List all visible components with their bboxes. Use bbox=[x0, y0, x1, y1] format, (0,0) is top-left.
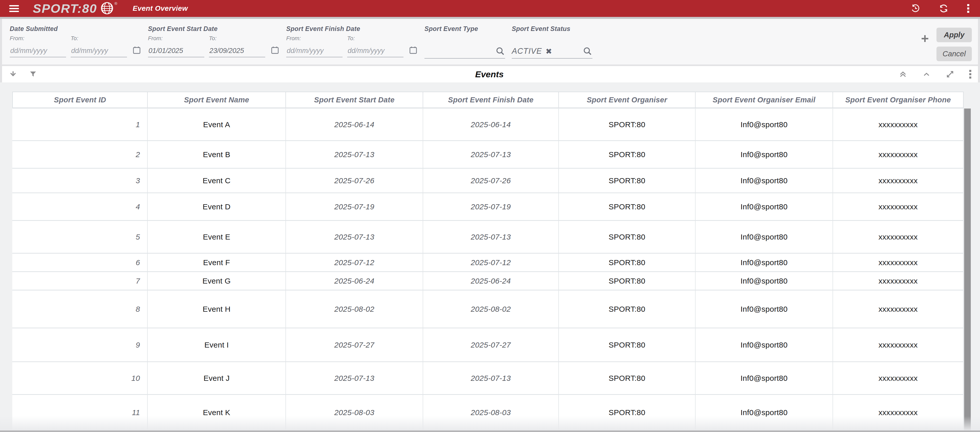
event-status-value[interactable]: ACTIVE ✖ bbox=[512, 46, 583, 57]
event-type-input[interactable] bbox=[425, 46, 505, 59]
cell-organiser-email: Inf0@sport80 bbox=[695, 362, 833, 395]
col-header-event-id[interactable]: Sport Event ID bbox=[12, 92, 148, 108]
to-label: To: bbox=[347, 35, 404, 42]
table-row[interactable]: 2 Event B 2025-07-13 2025-07-13 SPORT:80… bbox=[12, 141, 964, 168]
table-row[interactable]: 3 Event C 2025-07-26 2025-07-26 SPORT:80… bbox=[12, 168, 964, 193]
col-header-event-name[interactable]: Sport Event Name bbox=[148, 92, 286, 108]
table-row[interactable]: 11 Event K 2025-08-03 2025-08-03 SPORT:8… bbox=[12, 395, 964, 431]
cell-start-date: 2025-08-02 bbox=[286, 291, 423, 328]
cell-organiser-phone: xxxxxxxxxx bbox=[833, 141, 964, 168]
cell-start-date: 2025-06-24 bbox=[286, 272, 423, 291]
cell-event-name: Event B bbox=[148, 141, 286, 168]
cell-finish-date: 2025-07-12 bbox=[423, 254, 559, 272]
cell-organiser: SPORT:80 bbox=[559, 328, 695, 362]
cell-event-name: Event H bbox=[148, 291, 286, 328]
cell-organiser-email: Inf0@sport80 bbox=[695, 254, 833, 272]
cell-organiser-email: Inf0@sport80 bbox=[695, 141, 833, 168]
date-submitted-from-field[interactable]: From: dd/mm/yyyy bbox=[10, 35, 66, 57]
cell-event-id: 9 bbox=[12, 328, 148, 362]
table-row[interactable]: 10 Event J 2025-07-13 2025-07-13 SPORT:8… bbox=[12, 362, 964, 395]
start-date-to-input[interactable]: 23/09/2025 bbox=[209, 45, 265, 57]
apply-button[interactable]: Apply bbox=[937, 28, 972, 42]
table-row[interactable]: 7 Event G 2025-06-24 2025-06-24 SPORT:80… bbox=[12, 272, 964, 291]
table-row[interactable]: 6 Event F 2025-07-12 2025-07-12 SPORT:80… bbox=[12, 254, 964, 272]
finish-date-from-input[interactable]: dd/mm/yyyy bbox=[286, 45, 342, 57]
cell-start-date: 2025-06-14 bbox=[286, 108, 423, 141]
calendar-icon[interactable] bbox=[270, 46, 280, 55]
panel-title: Events bbox=[475, 69, 504, 79]
col-header-organiser-email[interactable]: Sport Event Organiser Email bbox=[695, 92, 833, 108]
calendar-icon[interactable] bbox=[409, 46, 418, 55]
col-header-start-date[interactable]: Sport Event Start Date bbox=[286, 92, 423, 108]
table-row[interactable]: 1 Event A 2025-06-14 2025-06-14 SPORT:80… bbox=[12, 108, 964, 141]
filter-event-status: Sport Event Status ACTIVE ✖ bbox=[512, 25, 592, 65]
cell-organiser-phone: xxxxxxxxxx bbox=[833, 108, 964, 141]
cell-start-date: 2025-07-19 bbox=[286, 193, 423, 221]
finish-date-to-field[interactable]: To: dd/mm/yyyy bbox=[347, 35, 404, 57]
cell-organiser-email: Inf0@sport80 bbox=[695, 193, 833, 221]
cell-organiser-phone: xxxxxxxxxx bbox=[833, 254, 964, 272]
clear-status-icon[interactable]: ✖ bbox=[546, 47, 552, 56]
collapse-all-icon[interactable] bbox=[899, 70, 907, 79]
search-icon[interactable] bbox=[583, 46, 592, 56]
header-shadow bbox=[0, 17, 980, 19]
cell-organiser: SPORT:80 bbox=[559, 272, 695, 291]
expand-icon[interactable] bbox=[946, 70, 955, 79]
cell-organiser: SPORT:80 bbox=[559, 291, 695, 328]
event-status-input[interactable]: ACTIVE ✖ bbox=[512, 46, 592, 59]
cell-organiser: SPORT:80 bbox=[559, 168, 695, 193]
overflow-menu-icon[interactable] bbox=[967, 4, 969, 13]
cell-event-name: Event C bbox=[148, 168, 286, 193]
cell-organiser: SPORT:80 bbox=[559, 254, 695, 272]
date-submitted-to-field[interactable]: To: dd/mm/yyyy bbox=[71, 35, 127, 57]
cell-organiser: SPORT:80 bbox=[559, 141, 695, 168]
menu-icon[interactable] bbox=[9, 3, 19, 14]
table-row[interactable]: 4 Event D 2025-07-19 2025-07-19 SPORT:80… bbox=[12, 193, 964, 221]
table-row[interactable]: 8 Event H 2025-08-02 2025-08-02 SPORT:80… bbox=[12, 291, 964, 328]
cell-organiser-email: Inf0@sport80 bbox=[695, 221, 833, 254]
cell-finish-date: 2025-07-26 bbox=[423, 168, 559, 193]
cell-event-name: Event J bbox=[148, 362, 286, 395]
cell-organiser: SPORT:80 bbox=[559, 221, 695, 254]
vertical-scrollbar[interactable] bbox=[964, 108, 971, 432]
filter-date-submitted: Date Submitted From: dd/mm/yyyy To: dd/m… bbox=[10, 25, 141, 65]
horizontal-scrollbar[interactable] bbox=[0, 430, 980, 432]
add-filter-icon[interactable]: + bbox=[921, 32, 929, 45]
refresh-icon[interactable] bbox=[939, 4, 948, 13]
finish-date-to-input[interactable]: dd/mm/yyyy bbox=[347, 45, 404, 57]
event-type-value[interactable] bbox=[425, 46, 495, 57]
cell-organiser-phone: xxxxxxxxxx bbox=[833, 168, 964, 193]
start-date-from-input[interactable]: 01/01/2025 bbox=[148, 45, 204, 57]
collapse-icon[interactable] bbox=[922, 70, 931, 79]
history-icon[interactable] bbox=[911, 4, 920, 13]
filter-start-date: Sport Event Start Date From: 01/01/2025 … bbox=[148, 25, 280, 65]
cell-finish-date: 2025-08-03 bbox=[423, 395, 559, 431]
start-date-from-field[interactable]: From: 01/01/2025 bbox=[148, 35, 204, 57]
cancel-button[interactable]: Cancel bbox=[937, 46, 972, 61]
cell-organiser-phone: xxxxxxxxxx bbox=[833, 272, 964, 291]
cell-finish-date: 2025-06-14 bbox=[423, 108, 559, 141]
finish-date-from-field[interactable]: From: dd/mm/yyyy bbox=[286, 35, 342, 57]
cell-event-id: 10 bbox=[12, 362, 148, 395]
filter-label: Date Submitted bbox=[10, 25, 141, 32]
table-menu-icon[interactable] bbox=[969, 70, 971, 79]
cell-finish-date: 2025-07-13 bbox=[423, 221, 559, 254]
cell-event-id: 2 bbox=[12, 141, 148, 168]
col-header-organiser-phone[interactable]: Sport Event Organiser Phone bbox=[833, 92, 964, 108]
calendar-icon[interactable] bbox=[132, 46, 141, 55]
cell-event-id: 6 bbox=[12, 254, 148, 272]
date-submitted-to-input[interactable]: dd/mm/yyyy bbox=[71, 45, 127, 57]
cell-organiser-email: Inf0@sport80 bbox=[695, 108, 833, 141]
cell-organiser-phone: xxxxxxxxxx bbox=[833, 362, 964, 395]
table-row[interactable]: 5 Event E 2025-07-13 2025-07-13 SPORT:80… bbox=[12, 221, 964, 254]
col-header-finish-date[interactable]: Sport Event Finish Date bbox=[423, 92, 559, 108]
table-row[interactable]: 9 Event I 2025-07-27 2025-07-27 SPORT:80… bbox=[12, 328, 964, 362]
cell-event-name: Event I bbox=[148, 328, 286, 362]
col-header-organiser[interactable]: Sport Event Organiser bbox=[559, 92, 695, 108]
date-submitted-from-input[interactable]: dd/mm/yyyy bbox=[10, 45, 66, 57]
start-date-to-field[interactable]: To: 23/09/2025 bbox=[209, 35, 265, 57]
search-icon[interactable] bbox=[495, 46, 505, 56]
download-icon[interactable] bbox=[9, 70, 18, 79]
cell-start-date: 2025-07-13 bbox=[286, 362, 423, 395]
filter-funnel-icon[interactable] bbox=[29, 70, 37, 79]
